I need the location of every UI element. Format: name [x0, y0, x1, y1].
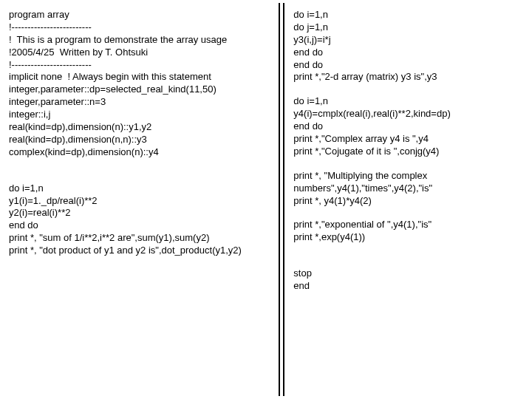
code-line: end do [293, 120, 526, 133]
code-line: !2005/4/25 Written by T. Ohtsuki [9, 47, 273, 59]
code-line: do i=1,n [293, 95, 526, 108]
code-line: real(kind=dp),dimension(n)::y1,y2 [9, 121, 273, 134]
code-line: !------------------------- [9, 59, 273, 72]
code-line: print *,exp(y4(1)) [293, 231, 526, 244]
code-line: y3(i,j)=i*j [293, 34, 526, 47]
code-line: end do [293, 59, 526, 72]
spacer [9, 159, 273, 183]
spacer [293, 83, 526, 95]
code-line: program array [9, 9, 273, 21]
code-line: print *, "sum of 1/i**2,i**2 are",sum(y1… [9, 232, 273, 245]
code-line: stop [293, 267, 526, 280]
code-line: print *,"Complex array y4 is ",y4 [293, 133, 526, 146]
spacer [293, 207, 526, 219]
code-line: print *, "dot product of y1 and y2 is",d… [9, 245, 273, 257]
code-line: complex(kind=dp),dimension(n)::y4 [9, 146, 273, 159]
spacer [293, 244, 526, 267]
code-line: y4(i)=cmplx(real(i),real(i)**2,kind=dp) [293, 108, 526, 120]
code-line: ! This is a program to demonstrate the a… [9, 34, 273, 47]
code-line: integer,parameter::n=3 [9, 96, 273, 109]
code-line: !------------------------- [9, 21, 273, 34]
code-line: print *,"2-d array (matrix) y3 is",y3 [293, 71, 526, 83]
code-block-loop2: do i=1,n do j=1,n y3(i,j)=i*j end do end… [293, 9, 526, 83]
code-block-exp: print *,"exponential of ",y4(1),"is" pri… [293, 219, 526, 244]
spacer [293, 158, 526, 170]
code-line: y2(i)=real(i)**2 [9, 207, 273, 219]
code-line: print *,"exponential of ",y4(1),"is" [293, 219, 526, 231]
code-block-mult: print *, "Multiplying the complex number… [293, 170, 526, 208]
left-column: program array !-------------------------… [0, 0, 279, 399]
code-line: print *, y4(1)*y4(2) [293, 195, 526, 208]
code-line: integer::i,j [9, 109, 273, 121]
code-line: implicit none ! Always begin with this s… [9, 71, 273, 83]
code-line: real(kind=dp),dimension(n,n)::y3 [9, 134, 273, 146]
code-line: y1(i)=1._dp/real(i)**2 [9, 195, 273, 208]
column-divider [279, 3, 284, 396]
code-line: do i=1,n [9, 183, 273, 195]
code-block-end: stop end [293, 267, 526, 293]
right-column: do i=1,n do j=1,n y3(i,j)=i*j end do end… [284, 0, 532, 399]
code-line: end do [9, 219, 273, 232]
code-page: program array !-------------------------… [0, 0, 532, 399]
code-line: end do [293, 47, 526, 59]
code-block-loop1: do i=1,n y1(i)=1._dp/real(i)**2 y2(i)=re… [9, 183, 273, 257]
code-line: integer,parameter::dp=selected_real_kind… [9, 83, 273, 96]
code-line: print *,"Cojugate of it is ",conjg(y4) [293, 146, 526, 158]
code-line: print *, "Multiplying the complex number… [293, 170, 526, 195]
code-block-header: program array !-------------------------… [9, 9, 273, 159]
code-line: do i=1,n [293, 9, 526, 21]
code-line: end [293, 280, 526, 293]
code-line: do j=1,n [293, 21, 526, 34]
code-block-complex: do i=1,n y4(i)=cmplx(real(i),real(i)**2,… [293, 95, 526, 157]
